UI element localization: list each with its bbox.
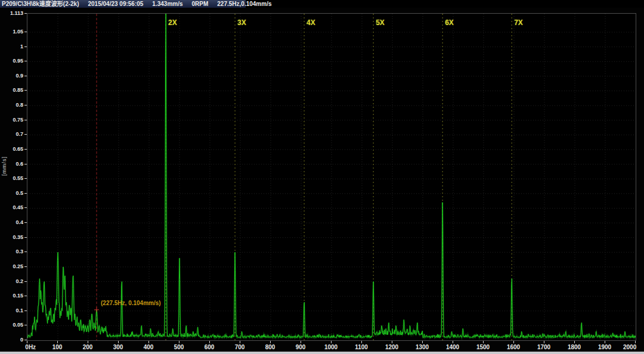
y-tick-label: 0.05 — [1, 322, 23, 328]
y-tick-label: 0.55 — [1, 176, 23, 181]
y-tick-mark — [24, 207, 27, 208]
y-tick-label: 0.35 — [1, 235, 23, 240]
harmonic-label-2X: 2X — [168, 18, 177, 27]
x-tick-mark — [57, 341, 58, 343]
x-tick-mark — [209, 341, 210, 343]
x-tick-mark — [179, 341, 179, 343]
timestamp: 2015/04/23 09:56:05 — [88, 0, 144, 8]
x-tick-mark — [331, 341, 332, 343]
x-tick-label: 1300 — [416, 344, 429, 350]
x-tick-label: 300 — [113, 344, 123, 350]
y-tick-label: 0.1 — [1, 308, 23, 313]
x-tick-mark — [513, 341, 514, 343]
x-tick-mark — [605, 341, 605, 343]
x-tick-label: 600 — [205, 344, 215, 350]
x-tick-label: 1100 — [355, 344, 368, 350]
y-tick-mark — [24, 340, 27, 340]
y-tick-label: 0.9 — [1, 73, 23, 79]
y-tick-mark — [24, 237, 27, 238]
y-tick-label: 0.65 — [1, 147, 23, 152]
analyzer-screen: P209/C\3H\8k速度波形(2-2k) 2015/04/23 09:56:… — [0, 0, 644, 354]
x-tick-label: 700 — [235, 344, 245, 350]
x-tick-mark — [574, 341, 575, 343]
x-tick-mark — [27, 341, 27, 343]
y-tick-label: 0.2 — [1, 279, 23, 284]
y-tick-label: 0.8 — [1, 103, 23, 108]
y-tick-mark — [24, 281, 27, 282]
harmonic-label-3X: 3X — [237, 18, 246, 27]
y-tick-mark — [24, 164, 27, 164]
y-tick-label: 0.85 — [1, 88, 23, 93]
x-tick-label: 500 — [174, 344, 184, 350]
x-tick-label: 1700 — [537, 344, 550, 350]
y-tick-label: 1.113 — [1, 11, 23, 16]
x-tick-mark — [422, 341, 423, 343]
x-tick-label: 1900 — [598, 344, 611, 350]
y-tick-mark — [24, 266, 27, 267]
x-tick-label: 1200 — [385, 344, 398, 350]
x-tick-mark — [118, 341, 119, 343]
status-strip: P209/C\3H\8k速度波形(2-2k) 2015/04/23 09:56:… — [0, 0, 246, 8]
y-tick-mark — [24, 149, 27, 150]
y-tick-label: 1.05 — [1, 29, 23, 35]
spectrum-plot-area[interactable]: 2X3X4X5X6X7X(227.5Hz, 0.104mm/s) — [27, 13, 636, 341]
y-tick-mark — [24, 178, 27, 179]
y-tick-label: 0.4 — [1, 220, 23, 225]
x-tick-label: 1500 — [476, 344, 490, 350]
x-tick-mark — [270, 341, 271, 343]
y-tick-label: 0.75 — [1, 117, 23, 123]
x-tick-label: 200 — [83, 344, 93, 350]
harmonic-label-5X: 5X — [376, 18, 385, 27]
y-tick-mark — [24, 105, 27, 105]
x-tick-label: 1000 — [324, 344, 338, 350]
x-tick-mark — [635, 341, 636, 343]
x-tick-mark — [453, 341, 453, 343]
y-tick-mark — [24, 46, 27, 47]
x-tick-mark — [148, 341, 149, 343]
x-tick-mark — [240, 341, 240, 343]
channel-title[interactable]: P209/C\3H\8k速度波形(2-2k) — [2, 0, 79, 8]
status-bar: P209/C\3H\8k速度波形(2-2k) 2015/04/23 09:56:… — [0, 0, 644, 8]
x-tick-label: 400 — [144, 344, 154, 350]
y-tick-label: 0.6 — [1, 162, 23, 167]
y-tick-label: 0.7 — [1, 132, 23, 137]
y-tick-label: 0.5 — [1, 191, 23, 196]
y-tick-mark — [24, 120, 27, 120]
y-tick-mark — [24, 296, 27, 296]
y-tick-mark — [24, 251, 27, 252]
y-tick-label: 0.25 — [1, 264, 23, 269]
x-tick-mark — [301, 341, 301, 343]
x-tick-label: 1600 — [507, 344, 520, 350]
y-tick-label: 0.15 — [1, 293, 23, 299]
x-tick-label: 2000 — [623, 344, 636, 350]
x-tick-label: 1800 — [568, 344, 581, 350]
y-tick-label: 0 — [1, 337, 23, 343]
y-tick-mark — [24, 90, 27, 91]
window-bottom-edge — [0, 352, 644, 354]
y-tick-mark — [24, 13, 27, 14]
x-tick-mark — [88, 341, 88, 343]
y-tick-label: 1 — [1, 44, 23, 49]
x-tick-mark — [483, 341, 484, 343]
y-tick-label: 0.45 — [1, 205, 23, 210]
y-tick-mark — [24, 325, 27, 325]
harmonic-label-4X: 4X — [306, 18, 315, 27]
y-tick-mark — [24, 193, 27, 194]
spectrum-trace — [27, 14, 636, 338]
x-tick-mark — [392, 341, 392, 343]
y-tick-mark — [24, 222, 27, 223]
y-tick-label: 0.3 — [1, 249, 23, 254]
cursor-readout: 227.5Hz,0.104mm/s — [217, 0, 271, 8]
x-tick-label: 900 — [296, 344, 306, 350]
y-tick-mark — [24, 32, 27, 32]
spectrum-svg — [27, 14, 636, 340]
y-tick-label: 0.95 — [1, 58, 23, 64]
y-tick-mark — [24, 76, 27, 76]
y-tick-mark — [24, 61, 27, 61]
overall-level: 1.343mm/s — [152, 0, 182, 8]
x-tick-mark — [544, 341, 544, 343]
cursor-annotation: (227.5Hz, 0.104mm/s) — [101, 300, 161, 306]
harmonic-label-7X: 7X — [514, 18, 523, 27]
y-tick-mark — [24, 310, 27, 311]
x-tick-mark — [361, 341, 362, 343]
